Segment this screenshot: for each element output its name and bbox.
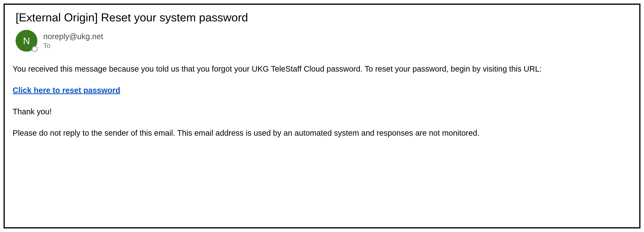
body-intro: You received this message because you to… [13, 64, 631, 74]
email-message: [External Origin] Reset your system pass… [4, 4, 640, 228]
avatar-wrap: N [16, 30, 37, 52]
email-body: You received this message because you to… [13, 64, 631, 138]
body-footer: Please do not reply to the sender of thi… [13, 128, 631, 138]
presence-indicator-icon [32, 46, 38, 52]
avatar-initial: N [23, 35, 30, 46]
body-thanks: Thank you! [13, 106, 631, 117]
email-subject: [External Origin] Reset your system pass… [13, 11, 631, 24]
reset-password-link[interactable]: Click here to reset password [13, 86, 120, 95]
to-label: To [43, 41, 103, 50]
sender-row: N noreply@ukg.net To [13, 30, 631, 52]
sender-info: noreply@ukg.net To [43, 32, 103, 50]
sender-address[interactable]: noreply@ukg.net [43, 32, 103, 41]
